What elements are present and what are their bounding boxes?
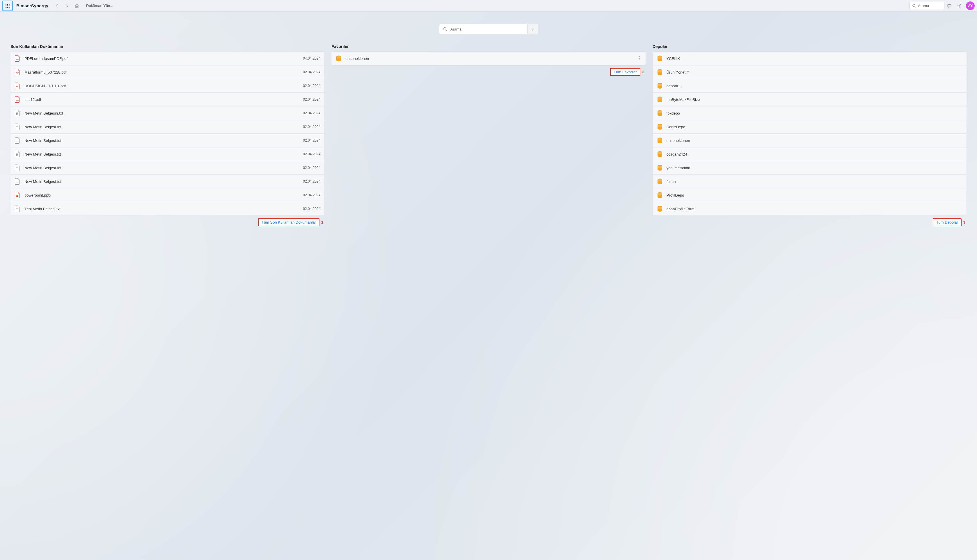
home-button[interactable] [72, 1, 82, 11]
avatar[interactable]: AY [966, 2, 975, 10]
svg-point-14 [533, 29, 534, 30]
top-search-box[interactable]: Arama [910, 2, 944, 10]
repos-list: YCELIKÜrün Yönetimidepom1tenByteMaxFileS… [653, 52, 967, 215]
recent-view-all-link[interactable]: Tüm Son Kullanılan Dokümanlar [258, 218, 319, 226]
repo-row[interactable]: Ürün Yönetimi [653, 65, 967, 79]
repo-row[interactable]: tenByteMaxFileSize [653, 93, 967, 107]
repo-row[interactable]: yeni metadata [653, 161, 967, 175]
svg-text:PDF: PDF [16, 100, 19, 101]
annotation-2: 2 [642, 70, 644, 74]
txt-icon [15, 205, 20, 212]
database-icon [336, 55, 342, 62]
file-name: New Metin Belgesi.txt [25, 152, 303, 157]
breadcrumb[interactable]: Doküman Yön... [86, 3, 113, 8]
database-icon [657, 110, 663, 116]
settings-button[interactable] [954, 1, 964, 11]
repo-row[interactable]: fbkdepo [653, 107, 967, 120]
favorites-view-all-link[interactable]: Tüm Favoriler [610, 68, 640, 76]
txt-icon [15, 137, 20, 143]
database-icon [657, 205, 663, 212]
top-search-label: Arama [918, 3, 929, 8]
favorites-column: Favoriler ensoneklenen Tüm Favoriler 2 [331, 44, 645, 226]
repo-row[interactable]: YCELIK [653, 52, 967, 65]
recent-row[interactable]: PDFtest12.pdf02.04.2024 [10, 93, 324, 107]
pdf-icon: PDF [15, 96, 20, 103]
file-date: 02.04.2024 [303, 97, 320, 102]
pptx-icon: P [15, 192, 20, 198]
file-name: test12.pdf [25, 97, 303, 102]
database-icon [657, 137, 663, 143]
file-date: 02.04.2024 [303, 138, 320, 142]
repo-row[interactable]: ProfilDepo [653, 188, 967, 202]
file-date: 02.04.2024 [303, 166, 320, 170]
txt-icon [15, 165, 20, 171]
txt-icon [15, 151, 20, 157]
repos-title: Depolar [653, 44, 967, 49]
nav-back-button[interactable] [52, 1, 62, 11]
pdf-icon: PDF [15, 83, 20, 89]
repos-view-all-link[interactable]: Tüm Depolar [933, 218, 962, 226]
repos-column: Depolar YCELIKÜrün Yönetimidepom1tenByte… [653, 44, 967, 226]
chat-button[interactable] [944, 1, 954, 11]
pdf-icon: PDF [15, 55, 20, 62]
file-name: New Metin Belgesi.txt [25, 138, 303, 143]
file-name: New Metin Belgesi.txt [25, 179, 303, 184]
pdf-icon: PDF [15, 69, 20, 75]
svg-point-2 [9, 4, 10, 5]
recent-row[interactable]: New Metin Belgesi.txt02.04.2024 [10, 161, 324, 175]
svg-text:P: P [16, 195, 17, 197]
app-launcher-button[interactable] [2, 1, 13, 11]
file-date: 02.04.2024 [303, 193, 320, 197]
pin-button[interactable] [638, 56, 641, 61]
repo-name: fuzun [666, 179, 962, 184]
hero-search-input[interactable] [450, 27, 524, 32]
file-name: Yeni Metin Belgesi.txt [25, 207, 303, 211]
txt-icon [15, 110, 20, 116]
database-icon [657, 151, 663, 157]
recent-row[interactable]: New Metin Belgesi.txt02.04.2024 [10, 120, 324, 134]
search-icon [912, 4, 916, 8]
file-name: DOCUSIGN - TR 1 1.pdf [25, 84, 303, 88]
recent-row[interactable]: Ppowerpoint.pptx02.04.2024 [10, 188, 324, 202]
txt-icon [15, 178, 20, 185]
svg-point-9 [913, 4, 915, 7]
file-date: 02.04.2024 [303, 125, 320, 129]
file-name: New Metin Belgesi.txt [25, 166, 303, 170]
repo-name: yeni metadata [666, 166, 962, 170]
repo-row[interactable]: cozgan2424 [653, 147, 967, 161]
repo-name: cozgan2424 [666, 152, 962, 157]
recent-row[interactable]: Yeni Metin Belgesi.txt02.04.2024 [10, 202, 324, 215]
sliders-icon [530, 27, 535, 32]
recent-row[interactable]: PDFMasrafformu_507228.pdf02.04.2024 [10, 65, 324, 79]
svg-point-3 [5, 5, 7, 6]
repo-name: DenizDepo [666, 125, 962, 129]
repo-row[interactable]: fuzun [653, 175, 967, 188]
recent-row[interactable]: New Metin Belgesirr.txt02.04.2024 [10, 107, 324, 120]
svg-text:PDF: PDF [16, 58, 19, 60]
database-icon [657, 178, 663, 185]
database-icon [657, 192, 663, 198]
repo-row[interactable]: depom1 [653, 79, 967, 93]
svg-point-1 [7, 4, 8, 5]
nav-forward-button[interactable] [62, 1, 72, 11]
repo-row[interactable]: ensoneklenen [653, 134, 967, 147]
recent-row[interactable]: New Metin Belgesi.txt02.04.2024 [10, 175, 324, 188]
recent-row[interactable]: PDFPDFLorem IpsumPDF.pdf04.04.2024 [10, 52, 324, 65]
chat-icon [947, 3, 952, 8]
repo-name: ensoneklenen [666, 138, 962, 143]
favorite-row[interactable]: ensoneklenen [331, 52, 645, 65]
arrow-left-icon [55, 3, 60, 8]
svg-point-11 [959, 5, 960, 7]
favorites-title: Favoriler [331, 44, 645, 49]
file-name: powerpoint.pptx [25, 193, 303, 197]
svg-point-5 [9, 5, 10, 6]
repo-row[interactable]: DenizDepo [653, 120, 967, 134]
search-filter-button[interactable] [527, 24, 538, 34]
recent-row[interactable]: PDFDOCUSIGN - TR 1 1.pdf02.04.2024 [10, 79, 324, 93]
repo-row[interactable]: aaaaProfileForm [653, 202, 967, 215]
recent-column: Son Kullanılan Dokümanlar PDFPDFLorem Ip… [10, 44, 324, 226]
file-date: 02.04.2024 [303, 152, 320, 156]
recent-row[interactable]: New Metin Belgesi.txt02.04.2024 [10, 147, 324, 161]
svg-point-12 [443, 27, 446, 30]
recent-row[interactable]: New Metin Belgesi.txt02.04.2024 [10, 134, 324, 147]
